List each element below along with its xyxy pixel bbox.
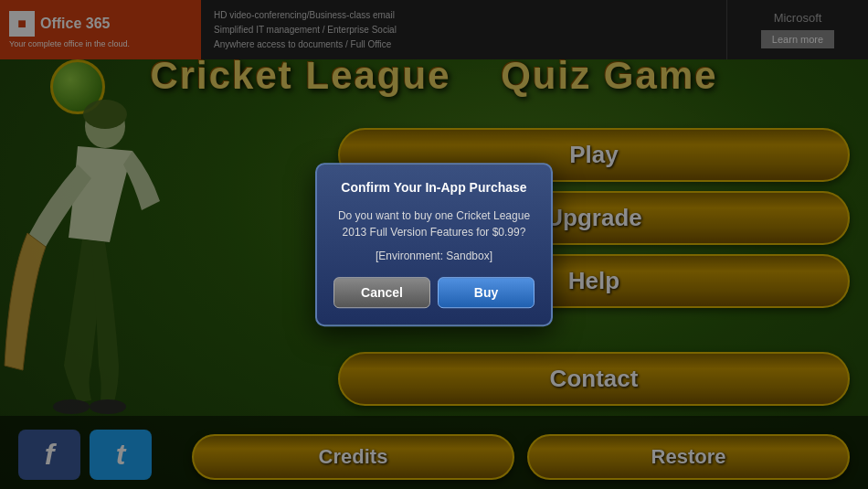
dialog-title: Confirm Your In-App Purchase bbox=[333, 179, 535, 197]
dialog-environment: [Environment: Sandbox] bbox=[333, 250, 535, 262]
dialog-cancel-button[interactable]: Cancel bbox=[333, 277, 430, 308]
dialog-body: Do you want to buy one Cricket League 20… bbox=[333, 207, 535, 240]
dialog-buy-button[interactable]: Buy bbox=[438, 277, 535, 308]
dialog-buttons: Cancel Buy bbox=[333, 277, 535, 308]
iap-dialog: Confirm Your In-App Purchase Do you want… bbox=[315, 163, 553, 327]
